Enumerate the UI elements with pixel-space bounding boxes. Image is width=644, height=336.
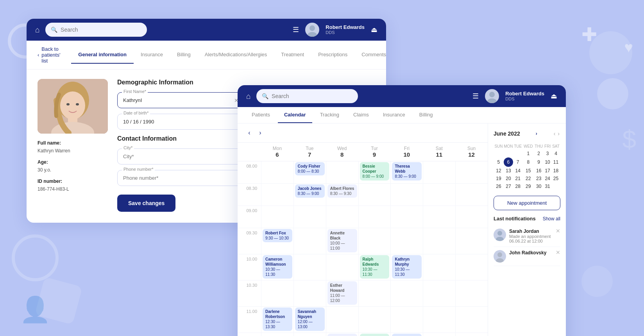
day-cell[interactable] [423, 281, 455, 306]
cal-home-icon[interactable]: ⌂ [246, 92, 251, 101]
dob-input[interactable] [117, 114, 243, 130]
mini-cal-day[interactable] [494, 150, 504, 157]
day-cell[interactable]: Cameron Williamson10:30 — 11:30 [261, 254, 293, 280]
mini-cal-prev[interactable]: ‹ [553, 130, 556, 138]
mini-cal-day[interactable]: 13 [504, 167, 513, 175]
mini-cal-day[interactable]: 2 [534, 150, 544, 157]
patient-search-input[interactable] [61, 27, 141, 33]
logout-icon[interactable]: ⏏ [371, 25, 377, 34]
mini-cal-day[interactable]: 18 [551, 167, 560, 175]
appointment[interactable]: Devon Lane12:30 — 13:30 [360, 334, 390, 336]
home-icon[interactable]: ⌂ [35, 25, 40, 34]
mini-cal-day[interactable]: 8 [522, 157, 534, 167]
appointment[interactable]: Robert Fox11:30 — 12:30 [327, 334, 357, 336]
appointment[interactable]: Savannah Nguyen12:00 — 13:00 [295, 307, 325, 331]
appointment[interactable]: Theresa Webb8:30 — 9:00 [392, 162, 422, 181]
day-cell[interactable] [358, 206, 391, 228]
mini-cal-day[interactable] [513, 150, 523, 157]
mini-cal-day[interactable]: 15 [522, 167, 534, 175]
appointment[interactable]: Darlene Robertson12:30 — 13:30 [263, 307, 292, 331]
day-cell[interactable] [455, 206, 488, 228]
mini-cal-day[interactable]: 10 [544, 157, 551, 167]
mini-cal-day[interactable]: 28 [513, 182, 523, 190]
mini-cal-day[interactable]: 22 [522, 175, 534, 182]
day-cell[interactable] [293, 281, 326, 306]
day-cell[interactable] [326, 206, 358, 228]
day-cell[interactable]: Ralph Edwards10:30 — 11:30 [358, 254, 391, 280]
tab-patients[interactable]: Patients [245, 107, 276, 123]
tab-insurance[interactable]: Insurance [134, 46, 170, 64]
mini-cal-day[interactable]: 30 [534, 182, 544, 190]
first-name-input[interactable] [117, 92, 243, 108]
day-cell[interactable]: Albert Flores8:30 — 9:30 [326, 184, 358, 206]
mini-cal-day[interactable]: 12 [494, 167, 504, 175]
day-cell[interactable] [390, 281, 423, 306]
day-cell[interactable]: Esther Howard11:00 — 12:00 [326, 281, 358, 306]
day-cell[interactable]: Jerome Bell12:30 — 13:30 [390, 333, 423, 336]
day-cell[interactable] [261, 184, 293, 206]
day-cell[interactable] [455, 254, 488, 280]
mini-cal-day[interactable]: 20 [504, 175, 513, 182]
day-cell[interactable] [455, 307, 488, 332]
day-cell[interactable] [423, 333, 455, 336]
appointment[interactable]: Esther Howard11:00 — 12:00 [327, 281, 357, 305]
save-changes-button[interactable]: Save changes [117, 195, 175, 212]
day-cell[interactable] [261, 206, 293, 228]
day-cell[interactable]: Cody Fisher8:00 — 8:30 [293, 161, 326, 183]
day-cell[interactable] [390, 184, 423, 206]
day-cell[interactable] [358, 184, 391, 206]
city-input[interactable] [117, 148, 243, 164]
day-cell[interactable] [358, 307, 391, 332]
tab-claims[interactable]: Claims [347, 107, 375, 123]
day-cell[interactable] [326, 161, 358, 183]
mini-cal-day[interactable]: 9 [534, 157, 544, 167]
mini-cal-day[interactable]: 26 [494, 182, 504, 190]
day-cell[interactable]: Jacob Jones8:30 — 9:00 [293, 184, 326, 206]
day-cell[interactable] [423, 161, 455, 183]
mini-cal-day[interactable]: 23 [534, 175, 544, 182]
appointment[interactable]: Albert Flores8:30 — 9:30 [327, 184, 357, 198]
tab-general-information[interactable]: General information [71, 46, 134, 64]
mini-cal-next[interactable]: › [557, 130, 560, 138]
tab-calendar[interactable]: Calendar [278, 107, 312, 123]
day-cell[interactable] [358, 281, 391, 306]
tab-billing[interactable]: Billing [170, 46, 198, 64]
day-cell[interactable]: Savannah Nguyen12:00 — 13:00 [293, 307, 326, 332]
tab-insurance[interactable]: Insurance [377, 107, 411, 123]
day-cell[interactable] [326, 254, 358, 280]
day-cell[interactable]: Darlene Robertson12:30 — 13:30 [261, 307, 293, 332]
day-cell[interactable] [358, 228, 391, 254]
day-cell[interactable] [455, 228, 488, 254]
mini-cal-day[interactable]: 6 [504, 157, 513, 167]
day-cell[interactable]: Kathryn Murphy10:30 — 11:30 [390, 254, 423, 280]
day-cell[interactable] [261, 333, 293, 336]
mini-cal-day[interactable] [504, 150, 513, 157]
day-cell[interactable] [261, 161, 293, 183]
day-cell[interactable]: Devon Lane12:30 — 13:30 [358, 333, 391, 336]
day-cell[interactable] [423, 184, 455, 206]
tab-comments[interactable]: Comments [354, 46, 386, 64]
mini-cal-day[interactable]: 14 [513, 167, 523, 175]
day-cell[interactable] [390, 206, 423, 228]
day-cell[interactable] [423, 206, 455, 228]
day-cell[interactable] [390, 307, 423, 332]
day-cell[interactable]: Annette Black10:00 — 11:00 [326, 228, 358, 254]
mini-cal-day[interactable]: 27 [504, 182, 513, 190]
tab-alerts[interactable]: Alerts/Medications/Allergies [198, 46, 274, 64]
day-cell[interactable] [423, 307, 455, 332]
mini-cal-day[interactable]: 7 [513, 157, 523, 167]
appointment[interactable]: Ralph Edwards10:30 — 11:30 [360, 255, 390, 279]
appointment[interactable]: Cody Fisher8:00 — 8:30 [295, 162, 325, 175]
appointment[interactable]: Kathryn Murphy10:30 — 11:30 [392, 255, 422, 279]
day-cell[interactable]: Robert Fox11:30 — 12:30 [326, 333, 358, 336]
back-link[interactable]: ‹ Back to patients' list [38, 41, 60, 69]
day-cell[interactable] [423, 254, 455, 280]
mini-cal-day[interactable]: 29 [522, 182, 534, 190]
day-cell[interactable]: Bessie Cooper8:00 — 9:00 [358, 161, 391, 183]
cal-search-box[interactable]: 🔍 [256, 89, 358, 103]
day-cell[interactable] [326, 307, 358, 332]
prev-week-button[interactable]: ‹ [244, 127, 255, 138]
day-cell[interactable] [293, 206, 326, 228]
mini-cal-day[interactable]: 5 [494, 157, 504, 167]
day-cell[interactable] [455, 281, 488, 306]
